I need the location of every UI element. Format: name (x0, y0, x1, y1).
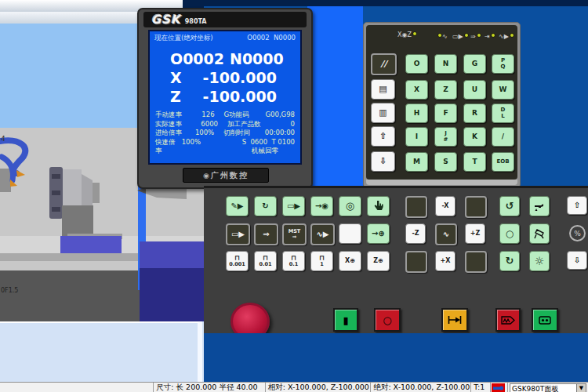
key-PQ[interactable]: P Q (492, 54, 514, 74)
key-J-hash[interactable]: J # (434, 127, 457, 147)
gsk-logo: GSK (151, 13, 181, 27)
chuck-button[interactable] (532, 308, 558, 332)
position-page-key[interactable]: ▤ (371, 79, 395, 100)
clamp-button[interactable] (495, 308, 521, 332)
monitor-model-label: 980TA (185, 18, 207, 25)
hand-icon (373, 200, 384, 212)
spindle-ccw-key[interactable]: ↺ (499, 196, 520, 216)
info-row: 快速倍率 100% S 0600 T 0100 (150, 138, 300, 147)
key-K[interactable]: K (463, 127, 486, 147)
machine-lock-indicator-icon: ∿▶ (499, 33, 514, 41)
info-label: 手动速率 (155, 111, 187, 120)
machine-lock-key[interactable]: ∿▶ (310, 223, 335, 245)
x-zero-key[interactable]: X⊕ (339, 251, 361, 271)
simulator-bottom-panel (0, 321, 202, 383)
tailstock-arrow-icon (448, 315, 462, 325)
key-M[interactable]: M (405, 152, 428, 172)
single-block-key[interactable]: ▭▶ (226, 223, 250, 245)
cursor-down-key[interactable]: ⇩ (371, 151, 395, 172)
x-axis-row: X -100.000 (150, 68, 300, 87)
rapid-traverse-key[interactable]: ∿ (435, 223, 457, 245)
block-skip-indicator-icon: ⇒ (470, 33, 481, 41)
mdi-mode-key[interactable]: ▭▶ (282, 196, 305, 216)
manufacturer-plate: ◉ 广州数控 (183, 168, 269, 183)
spindle-cw-key[interactable]: ↻ (499, 251, 520, 271)
jog-blank-key[interactable] (465, 251, 487, 273)
z-zero-key[interactable]: Z⊕ (367, 251, 390, 271)
key-Z[interactable]: Z (434, 80, 457, 100)
key-H[interactable]: H (405, 103, 428, 123)
tailstock-button[interactable] (441, 308, 468, 332)
machine-guard-strip (307, 6, 363, 188)
step-0001-key[interactable]: ⊓ 0.001 (226, 251, 249, 271)
aux-lock-key[interactable]: MST ⇒ (282, 223, 307, 245)
jog-mode-key[interactable] (367, 196, 390, 216)
power-off-button[interactable]: ○ (374, 308, 401, 332)
key-G[interactable]: G (463, 54, 486, 74)
carriage-block (62, 205, 93, 237)
machine-zero-mode-key[interactable]: →◉ (310, 196, 333, 216)
handwheel-mode-key[interactable]: ◎ (339, 196, 361, 216)
jog-minus-x-key[interactable]: -X (435, 196, 456, 216)
status-spacer (0, 383, 154, 392)
key-DL[interactable]: D L (492, 103, 514, 123)
auto-mode-key[interactable]: ↻ (254, 196, 277, 216)
sequence-number: N0000 (230, 49, 300, 68)
info-value: 00:00:00 (265, 129, 295, 138)
program-zero-key[interactable]: →⊕ (367, 223, 390, 244)
info-label: 快速倍率 (155, 138, 179, 147)
jog-blank-key[interactable] (465, 196, 487, 218)
key-S[interactable]: S (434, 152, 457, 172)
program-page-key[interactable]: ▥ (371, 103, 395, 123)
screen-program-status: O0002 N0000 (247, 34, 296, 43)
aux-lock-indicator-icon: ⇥ (485, 33, 495, 41)
manufacturer-name: 广州数控 (211, 170, 249, 181)
info-row: 实际速率 6000 加工产品数 0 (150, 120, 300, 129)
cursor-up-key[interactable]: ⇧ (371, 126, 395, 147)
step-label: 0.001 (229, 262, 245, 267)
power-on-button[interactable]: ▮ (333, 308, 358, 332)
step-1-key[interactable]: ⊓ 1 (310, 251, 333, 271)
key-U[interactable]: U (463, 80, 486, 100)
jog-blank-key[interactable] (405, 196, 427, 218)
spindle-stop-key[interactable]: ○ (499, 223, 520, 244)
block-skip-key[interactable]: ⇒ (254, 223, 278, 245)
key-slash[interactable]: / (492, 127, 514, 147)
z-axis-value: -100.000 (191, 87, 277, 106)
size-status: 尺寸: 长 200.000 半径 40.00 (154, 383, 265, 392)
override-up-key[interactable]: ⇧ (567, 196, 587, 215)
step-001-key[interactable]: ⊓ 0.01 (254, 251, 277, 271)
key-R[interactable]: R (463, 103, 486, 123)
reset-key[interactable]: // (371, 53, 397, 75)
tool-change-key[interactable]: ☼ (529, 251, 550, 271)
panel-select-dropdown[interactable]: GSK980T面板 ▼ (510, 383, 586, 392)
operation-mode-label: 机械回零 (150, 147, 300, 156)
override-percent-indicator: % (569, 225, 586, 241)
info-row: 手动速率 126 G功能码 G00,G98 (150, 111, 300, 120)
jog-plus-x-key[interactable]: +X (435, 251, 456, 271)
jog-blank-key[interactable] (405, 251, 427, 273)
key-I[interactable]: I (405, 127, 428, 147)
info-label: 切削时间 (223, 129, 265, 138)
coolant-key[interactable] (529, 196, 550, 216)
step-01-key[interactable]: ⊓ 0.1 (282, 251, 305, 271)
key-O[interactable]: O (405, 54, 428, 74)
info-value: G00,G98 (265, 111, 295, 120)
jog-plus-z-key[interactable]: +Z (465, 223, 485, 244)
single-block-indicator-icon: ▭▶ (452, 33, 469, 41)
edit-mode-key[interactable]: ✎▶ (226, 196, 249, 216)
key-W[interactable]: W (492, 80, 514, 100)
jog-minus-z-key[interactable]: -Z (405, 223, 426, 244)
key-N[interactable]: N (434, 54, 457, 74)
dropdown-arrow-icon[interactable]: ▼ (576, 384, 586, 392)
tool-number-status: T:1 (471, 383, 490, 392)
info-value: 100% (186, 129, 214, 138)
lubrication-key[interactable] (529, 223, 550, 244)
key-T[interactable]: T (463, 152, 486, 172)
key-X[interactable]: X (405, 80, 428, 100)
override-down-key[interactable]: ⇩ (567, 251, 587, 270)
key-EOB[interactable]: EOB (492, 152, 514, 172)
key-F[interactable]: F (434, 103, 457, 123)
blank-key[interactable] (339, 223, 361, 244)
status-bar: 尺寸: 长 200.000 半径 40.00 相对: X-100.000, Z-… (0, 382, 588, 392)
